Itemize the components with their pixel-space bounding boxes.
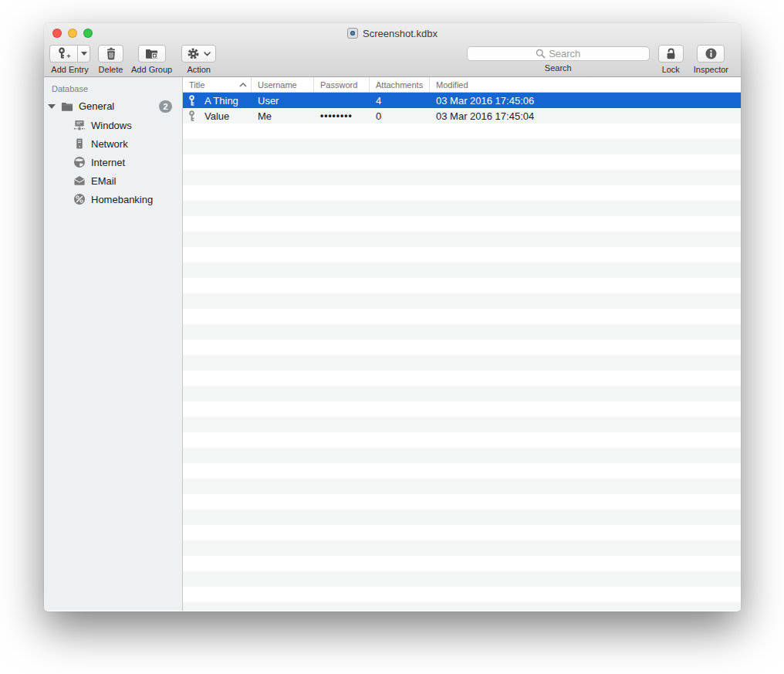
add-group-label: Add Group (131, 65, 172, 74)
empty-row (183, 479, 741, 494)
gear-icon (187, 47, 200, 60)
toolbar-item-lock: Lock (658, 45, 684, 74)
column-header-title[interactable]: Title (183, 77, 252, 92)
sidebar: Database General 2 (44, 77, 183, 611)
empty-row (183, 587, 741, 602)
empty-row (183, 371, 741, 386)
entry-username: Me (252, 110, 314, 122)
add-group-button[interactable] (138, 45, 166, 63)
sidebar-item-internet[interactable]: Internet (44, 153, 182, 171)
empty-row (183, 170, 741, 185)
sidebar-item-email[interactable]: EMail (44, 171, 182, 190)
column-header-attachments[interactable]: Attachments (370, 77, 430, 92)
empty-row (183, 556, 741, 571)
empty-row (183, 525, 741, 540)
column-header-modified[interactable]: Modified (430, 77, 741, 92)
homebanking-icon (73, 193, 86, 205)
sidebar-item-label: EMail (91, 175, 117, 187)
empty-row (183, 185, 741, 201)
entry-password: •••••••• (314, 110, 370, 121)
empty-row (183, 494, 741, 510)
lock-button[interactable] (658, 45, 684, 63)
entry-attachments: 0 (370, 110, 430, 122)
empty-row (183, 309, 741, 324)
empty-row (183, 124, 741, 139)
empty-row (183, 540, 741, 556)
email-icon (73, 174, 86, 187)
sidebar-item-general[interactable]: General 2 (44, 97, 182, 116)
unlock-icon (664, 47, 678, 60)
delete-label: Delete (99, 65, 123, 74)
add-entry-dropdown[interactable] (77, 45, 90, 63)
empty-row (183, 432, 741, 448)
empty-row (183, 602, 741, 611)
folder-icon (61, 100, 73, 113)
search-placeholder: Search (549, 48, 580, 59)
sidebar-item-label: Network (91, 138, 128, 150)
lock-label: Lock (662, 65, 680, 74)
titlebar[interactable]: Screenshot.kdbx (44, 23, 741, 43)
toolbar-item-search: Search Search (467, 45, 650, 73)
empty-row (183, 216, 741, 232)
column-header-password[interactable]: Password (314, 77, 370, 92)
toolbar-item-action: Action (181, 45, 216, 74)
entry-attachments: 4 (370, 95, 430, 107)
entry-table: Title Username Password Attachments Modi… (183, 77, 741, 611)
key-icon (188, 110, 196, 122)
toolbar-item-add-entry: + Add Entry (49, 45, 90, 74)
action-button[interactable] (181, 45, 216, 63)
key-icon (188, 95, 196, 107)
table-row[interactable]: Value Me •••••••• 0 03 Mar 2016 17:45:04 (183, 108, 741, 124)
sidebar-item-windows[interactable]: Windows (44, 116, 182, 134)
empty-row (183, 340, 741, 355)
folder-plus-icon (145, 48, 158, 59)
add-entry-label: Add Entry (51, 65, 88, 74)
sidebar-section-header: Database (44, 77, 182, 97)
sort-ascending-icon (239, 83, 247, 87)
table-row[interactable]: A Thing User 4 03 Mar 2016 17:45:06 (183, 93, 741, 108)
zoom-button[interactable] (83, 29, 93, 38)
window-chrome: Screenshot.kdbx + (44, 23, 741, 77)
empty-row (183, 154, 741, 170)
empty-row (183, 448, 741, 463)
add-entry-button[interactable]: + (49, 45, 77, 63)
windows-icon (73, 119, 86, 131)
sidebar-item-network[interactable]: Network (44, 134, 182, 153)
empty-row (183, 232, 741, 247)
search-icon (536, 49, 546, 59)
document-proxy-icon[interactable] (347, 28, 358, 39)
window-title: Screenshot.kdbx (363, 28, 438, 39)
entry-modified: 03 Mar 2016 17:45:06 (430, 95, 741, 107)
close-button[interactable] (52, 29, 62, 38)
empty-row (183, 247, 741, 262)
trash-icon (105, 47, 117, 60)
entry-count-badge: 2 (159, 100, 172, 113)
sidebar-item-homebanking[interactable]: Homebanking (44, 190, 182, 208)
toolbar-item-add-group: Add Group (131, 45, 172, 74)
internet-icon (73, 156, 86, 168)
empty-row (183, 201, 741, 216)
search-input[interactable]: Search (467, 46, 650, 61)
toolbar-item-delete: Delete (98, 45, 123, 74)
caret-down-icon (81, 52, 87, 56)
empty-row (183, 262, 741, 278)
network-icon (73, 137, 86, 150)
chevron-down-icon (204, 52, 211, 56)
sidebar-item-label: Homebanking (91, 194, 153, 205)
empty-row (183, 293, 741, 309)
empty-row (183, 386, 741, 401)
search-label: Search (545, 63, 572, 73)
empty-row (183, 139, 741, 154)
empty-row (183, 417, 741, 432)
empty-row (183, 510, 741, 525)
delete-button[interactable] (98, 45, 123, 63)
column-header-username[interactable]: Username (252, 77, 314, 92)
minimize-button[interactable] (68, 29, 77, 38)
empty-row (183, 401, 741, 417)
sidebar-group-label: General (79, 100, 114, 112)
disclosure-triangle-icon[interactable] (48, 104, 56, 109)
entry-modified: 03 Mar 2016 17:45:04 (430, 110, 741, 122)
inspector-button[interactable] (697, 45, 725, 63)
table-body: A Thing User 4 03 Mar 2016 17:45:06 (183, 93, 741, 611)
table-header: Title Username Password Attachments Modi… (183, 77, 741, 93)
